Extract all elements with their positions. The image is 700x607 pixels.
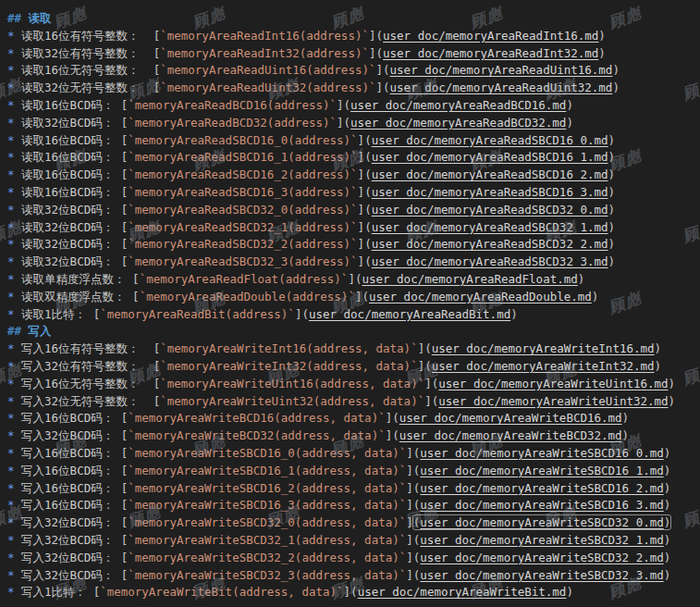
link-url[interactable]: user_doc/memoryAreaWriteInt32.md [432, 359, 655, 373]
link-url[interactable]: user_doc/memoryAreaWriteSBCD32_2.md [420, 551, 663, 564]
item-label: 写入1比特： [21, 585, 93, 599]
list-bullet: * [7, 81, 21, 94]
item-label: 写入32位有符号整数： [21, 359, 154, 373]
list-bullet: * [7, 533, 21, 547]
link-url[interactable]: user_doc/memoryAreaWriteUint16.md [438, 377, 668, 390]
link-url[interactable]: user_doc/memoryAreaWriteUint32.md [438, 394, 668, 408]
link-url[interactable]: user_doc/memoryAreaWriteSBCD32_1.md [420, 533, 663, 547]
link-url[interactable]: user_doc/memoryAreaReadInt32.md [383, 46, 598, 60]
link-url[interactable]: user_doc/memoryAreaReadBCD16.md [350, 98, 566, 112]
link-url[interactable]: user_doc/memoryAreaReadSBCD16_3.md [372, 185, 608, 199]
doc-line: * 读取16位BCD码： [`memoryAreaReadSBCD16_3(ad… [7, 184, 700, 202]
list-bullet: * [7, 167, 21, 181]
link-url[interactable]: user_doc/memoryAreaWriteBCD32.md [399, 428, 622, 442]
code-span: `memoryAreaReadBCD16(address)` [128, 98, 337, 112]
link-url[interactable]: user_doc/memoryAreaReadSBCD32_1.md [372, 220, 608, 234]
link-url[interactable]: user_doc/memoryAreaWriteBCD16.md [399, 411, 622, 425]
item-label: 写入16位BCD码： [21, 464, 121, 477]
code-span: `memoryAreaWriteUint32(address, data)` [160, 394, 424, 408]
link-group: (user_doc/memoryAreaReadBit.md) [301, 307, 517, 321]
code-span: `memoryAreaWriteSBCD16_0(address, data)` [128, 446, 406, 460]
link-group: (user_doc/memoryAreaReadInt32.md) [376, 46, 606, 60]
item-label: 写入32位BCD码： [21, 515, 121, 529]
doc-line: * 读取32位有符号整数： [`memoryAreaReadInt32(addr… [7, 45, 700, 63]
open-paren: ( [424, 341, 432, 355]
doc-line: * 写入32位BCD码： [`memoryAreaWriteSBCD32_2(a… [7, 550, 700, 567]
link-url[interactable]: user_doc/memoryAreaReadSBCD16_2.md [372, 167, 608, 181]
code-span: `memoryAreaWriteBit(address, data)` [100, 585, 343, 599]
open-paren: ( [364, 237, 372, 251]
open-paren: ( [383, 81, 390, 94]
doc-line: * 写入32位BCD码： [`memoryAreaWriteSBCD32_3(a… [7, 567, 700, 585]
link-group: (user_doc/memoryAreaReadSBCD32_3.md) [364, 254, 615, 268]
link-url[interactable]: user_doc/memoryAreaWriteBit.md [358, 585, 567, 599]
close-paren: ) [510, 307, 518, 321]
open-paren: ( [364, 167, 372, 181]
link-url[interactable]: user_doc/memoryAreaReadSBCD16_0.md [372, 133, 608, 147]
close-bracket: ] [358, 203, 365, 217]
list-bullet: * [7, 551, 21, 564]
link-url[interactable]: user_doc/memoryAreaReadBCD32.md [350, 116, 566, 130]
link-url[interactable]: user_doc/memoryAreaWriteSBCD16_3.md [420, 498, 663, 512]
editor-content[interactable]: ## 读取* 读取16位有符号整数： [`memoryAreaReadInt16… [0, 0, 700, 607]
item-label: 写入32位BCD码： [21, 568, 121, 582]
close-bracket: ] [406, 446, 413, 460]
link-url[interactable]: user_doc/memoryAreaReadDouble.md [369, 290, 592, 304]
list-bullet: * [7, 359, 21, 373]
link-group: (user_doc/memoryAreaReadSBCD32_2.md) [364, 237, 615, 251]
item-label: 写入32位BCD码： [21, 428, 121, 442]
list-bullet: * [7, 29, 21, 43]
link-group: (user_doc/memoryAreaWriteUint32.md) [432, 394, 675, 408]
close-paren: ) [592, 290, 599, 304]
close-paren: ) [664, 481, 671, 495]
close-bracket: ] [406, 498, 413, 512]
close-paren: ) [664, 446, 671, 460]
doc-line: * 读取16位无符号整数： [`memoryAreaReadUint16(add… [7, 62, 700, 80]
doc-line: * 读取双精度浮点数： [`memoryAreaReadDouble(addre… [7, 289, 700, 306]
link-group: (user_doc/memoryAreaWriteBit.md) [350, 585, 573, 599]
item-label: 读取32位BCD码： [21, 237, 121, 251]
close-paren: ) [612, 63, 620, 77]
close-bracket: ] [406, 481, 413, 495]
link-group: (user_doc/memoryAreaWriteBCD32.md) [392, 428, 629, 442]
link-url[interactable]: user_doc/memoryAreaReadUint32.md [390, 81, 613, 94]
open-paren: ( [364, 133, 372, 147]
link-url[interactable]: user_doc/memoryAreaWriteSBCD16_0.md [420, 446, 663, 460]
close-paren: ) [566, 98, 573, 112]
link-url[interactable]: user_doc/memoryAreaReadBit.md [309, 307, 510, 321]
doc-line: * 写入32位BCD码： [`memoryAreaWriteSBCD32_1(a… [7, 532, 700, 550]
item-label: 读取双精度浮点数： [21, 290, 132, 304]
code-span: `memoryAreaReadBCD32(address)` [128, 116, 337, 130]
link-url[interactable]: user_doc/memoryAreaWriteSBCD16_1.md [420, 464, 663, 477]
link-url[interactable]: user_doc/memoryAreaReadSBCD32_2.md [372, 237, 608, 251]
item-label: 写入16位无符号整数： [21, 377, 154, 390]
link-url[interactable]: user_doc/memoryAreaReadSBCD32_0.md [372, 203, 608, 217]
link-group: (user_doc/memoryAreaWriteSBCD16_0.md) [413, 446, 670, 460]
link-url[interactable]: user_doc/memoryAreaReadInt16.md [383, 29, 598, 43]
link-url[interactable]: user_doc/memoryAreaWriteInt16.md [432, 341, 655, 355]
doc-line: * 读取32位BCD码： [`memoryAreaReadSBCD32_0(ad… [7, 202, 700, 219]
open-paren: ( [364, 150, 372, 164]
list-bullet: * [7, 515, 21, 529]
close-bracket: ] [376, 81, 384, 94]
link-url[interactable]: user_doc/memoryAreaWriteSBCD16_2.md [420, 481, 663, 495]
list-bullet: * [7, 428, 21, 442]
code-span: `memoryAreaWriteSBCD32_0(address, data)` [128, 515, 406, 529]
list-bullet: * [7, 46, 21, 60]
link-url[interactable]: user_doc/memoryAreaWriteSBCD32_3.md [420, 568, 663, 582]
close-bracket: ] [358, 167, 365, 181]
item-label: 读取16位BCD码： [21, 150, 121, 164]
close-paren: ) [598, 46, 606, 60]
link-url[interactable]: user_doc/memoryAreaReadFloat.md [362, 272, 577, 286]
item-label: 读取1比特： [21, 307, 93, 321]
link-url[interactable]: user_doc/memoryAreaReadSBCD32_3.md [372, 254, 608, 268]
link-url[interactable]: user_doc/memoryAreaReadSBCD16_1.md [372, 150, 608, 164]
item-label: 读取单精度浮点数： [21, 272, 132, 286]
close-paren: ) [566, 585, 573, 599]
link-url[interactable]: user_doc/memoryAreaWriteSBCD32_0.md [420, 515, 663, 529]
code-span: `memoryAreaWriteSBCD32_2(address, data)` [128, 551, 406, 564]
link-url[interactable]: user_doc/memoryAreaReadUint16.md [390, 63, 613, 77]
link-group: (user_doc/memoryAreaWriteSBCD32_1.md) [413, 533, 670, 547]
open-paren: ( [392, 411, 399, 425]
close-bracket: ] [406, 464, 413, 477]
